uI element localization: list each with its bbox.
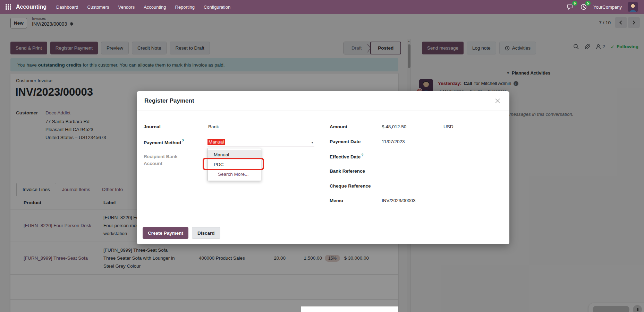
- nav-item-dashboard[interactable]: Dashboard: [56, 5, 78, 10]
- messages-icon[interactable]: 6: [567, 3, 574, 10]
- main-menu: Dashboard Customers Vendors Accounting R…: [56, 5, 230, 10]
- sheet-bottom-strip: [301, 306, 398, 312]
- messages-badge: 6: [572, 1, 578, 6]
- help-marker: ?: [182, 139, 184, 143]
- apps-grid-icon[interactable]: [6, 4, 11, 10]
- payment-method-label: Payment Method?: [144, 139, 184, 145]
- register-payment-modal: Register Payment Journal Bank Payment Me…: [137, 91, 509, 244]
- company-name[interactable]: YourCompany: [593, 5, 622, 10]
- cheque-reference-label: Cheque Reference: [330, 183, 371, 189]
- payment-date-label: Payment Date: [330, 139, 361, 144]
- effective-date-label: Effective Date?: [330, 153, 363, 159]
- discard-button[interactable]: Discard: [192, 227, 220, 239]
- dropdown-option-pdc[interactable]: PDC: [208, 159, 261, 170]
- dropdown-option-manual[interactable]: Manual: [208, 150, 261, 159]
- modal-title: Register Payment: [144, 97, 194, 104]
- payment-method-selected-text: Manual: [207, 139, 225, 145]
- recipient-bank-account-label: Recipient Bank Account: [144, 153, 178, 167]
- nav-item-vendors[interactable]: Vendors: [118, 5, 135, 10]
- app-window: Accounting Dashboard Customers Vendors A…: [0, 0, 644, 312]
- modal-footer: Create Payment Discard: [143, 227, 220, 239]
- dropdown-search-more[interactable]: Search More...: [208, 170, 261, 179]
- user-avatar[interactable]: [628, 2, 638, 12]
- help-marker: ?: [361, 153, 363, 157]
- payment-date-value[interactable]: 11/07/2023: [382, 139, 405, 144]
- modal-header: Register Payment: [137, 91, 509, 111]
- memo-value[interactable]: INV/2023/00003: [382, 198, 416, 203]
- activities-badge: 5: [585, 1, 591, 6]
- amount-value[interactable]: $ 48,012.50: [382, 124, 406, 129]
- journal-label: Journal: [144, 124, 161, 129]
- modal-footer-divider: [137, 222, 509, 222]
- bank-reference-label: Bank Reference: [330, 168, 365, 174]
- journal-value[interactable]: Bank: [208, 124, 219, 129]
- nav-item-configuration[interactable]: Configuration: [204, 5, 230, 10]
- nav-item-accounting[interactable]: Accounting: [144, 5, 166, 10]
- activities-clock-icon[interactable]: 5: [580, 3, 587, 10]
- memo-label: Memo: [330, 198, 343, 203]
- nav-item-customers[interactable]: Customers: [87, 5, 109, 10]
- close-icon[interactable]: [493, 97, 502, 105]
- create-payment-button[interactable]: Create Payment: [143, 227, 188, 239]
- currency-value[interactable]: USD: [443, 124, 454, 129]
- dropdown-caret-icon[interactable]: ▼: [311, 141, 314, 144]
- payment-method-input[interactable]: Manual ▼: [207, 139, 314, 147]
- amount-label: Amount: [330, 124, 347, 129]
- top-navbar: Accounting Dashboard Customers Vendors A…: [0, 0, 644, 14]
- nav-item-reporting[interactable]: Reporting: [175, 5, 195, 10]
- payment-method-dropdown: Manual PDC Search More...: [207, 148, 261, 181]
- app-name[interactable]: Accounting: [16, 4, 46, 10]
